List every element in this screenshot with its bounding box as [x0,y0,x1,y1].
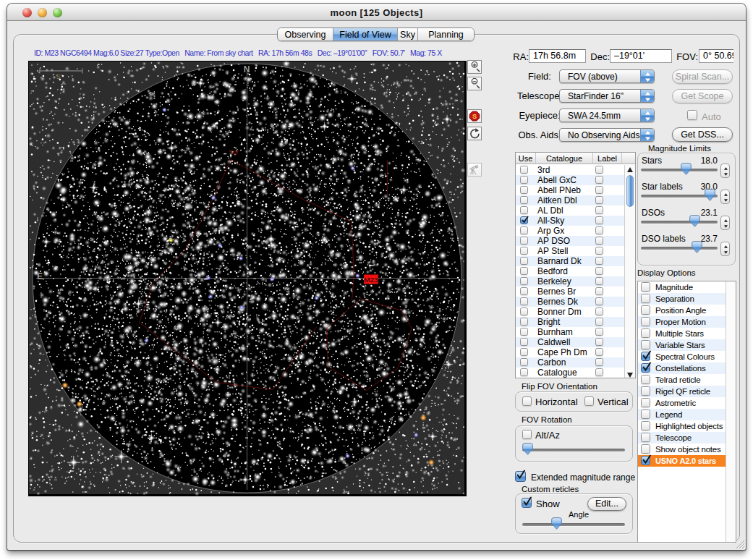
svg-text:N: N [244,64,250,75]
svg-text:Sgr: Sgr [229,148,239,156]
svg-text:5': 5' [56,72,62,80]
svg-text:M23: M23 [364,276,378,284]
svg-text:E: E [37,271,43,281]
svg-text:S: S [472,113,477,120]
